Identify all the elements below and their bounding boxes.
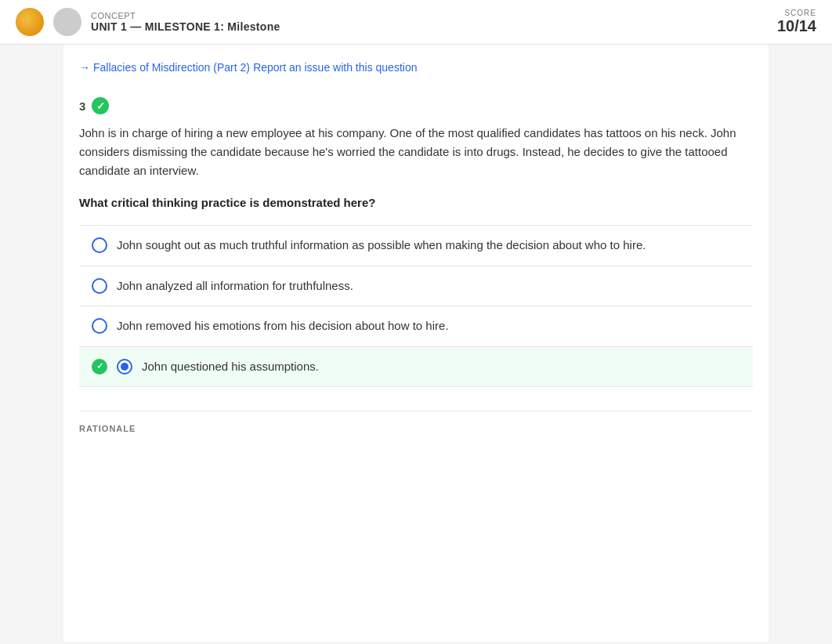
radio-a xyxy=(92,237,107,253)
report-issue-link[interactable]: Report an issue with this question xyxy=(253,61,417,74)
header-title-block: CONCEPT UNIT 1 — MILESTONE 1: Milestone xyxy=(91,11,280,33)
answer-option-d[interactable]: John questioned his assumptions. xyxy=(79,347,753,388)
header-subtitle: CONCEPT xyxy=(91,11,280,20)
radio-d-inner xyxy=(121,363,128,371)
question-number: 3 xyxy=(79,99,85,113)
score-value: 10/14 xyxy=(777,17,816,35)
header: CONCEPT UNIT 1 — MILESTONE 1: Milestone … xyxy=(0,0,832,45)
arrow-icon: → xyxy=(79,61,90,74)
main-content: → Fallacies of Misdirection (Part 2) Rep… xyxy=(63,45,769,642)
answer-option-b[interactable]: John analyzed all information for truthf… xyxy=(79,266,753,307)
question-prompt: What critical thinking practice is demon… xyxy=(79,196,753,209)
radio-d xyxy=(117,359,132,374)
answer-text-d: John questioned his assumptions. xyxy=(142,358,319,376)
question-correct-icon xyxy=(92,97,109,114)
rationale-section: RATIONALE xyxy=(79,411,753,433)
answer-text-b: John analyzed all information for truthf… xyxy=(117,277,353,295)
score-label: SCORE xyxy=(777,9,816,17)
answer-text-a: John sought out as much truthful informa… xyxy=(117,237,646,255)
answer-option-a[interactable]: John sought out as much truthful informa… xyxy=(79,225,753,266)
question-body: John is in charge of hiring a new employ… xyxy=(79,124,753,180)
correct-check-icon-d xyxy=(92,359,107,374)
answer-option-c[interactable]: John removed his emotions from his decis… xyxy=(79,306,753,347)
concept-link-text: Fallacies of Misdirection (Part 2) xyxy=(93,61,250,74)
question-number-row: 3 xyxy=(79,97,753,114)
rationale-label: RATIONALE xyxy=(79,424,753,433)
avatar xyxy=(53,8,81,36)
header-title: UNIT 1 — MILESTONE 1: Milestone xyxy=(91,20,280,33)
concept-link[interactable]: → Fallacies of Misdirection (Part 2) xyxy=(79,61,250,74)
report-link-text: Report an issue with this question xyxy=(253,61,417,74)
answer-text-c: John removed his emotions from his decis… xyxy=(117,317,449,335)
logo-icon xyxy=(16,8,44,36)
answer-options: John sought out as much truthful informa… xyxy=(79,225,753,387)
score-block: SCORE 10/14 xyxy=(777,9,816,35)
radio-b xyxy=(92,278,107,294)
header-left: CONCEPT UNIT 1 — MILESTONE 1: Milestone xyxy=(16,8,280,36)
radio-c xyxy=(92,318,107,334)
